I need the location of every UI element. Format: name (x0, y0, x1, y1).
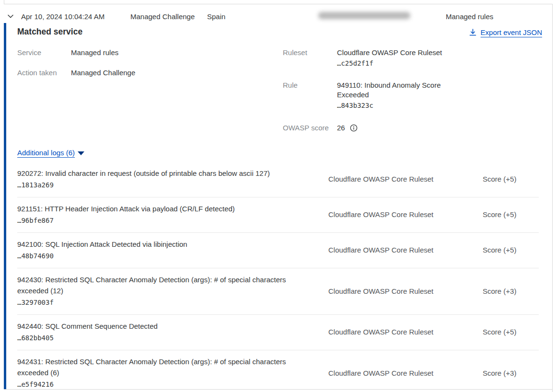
log-score: Score (+5) (483, 175, 539, 183)
export-link-label: Export event JSON (481, 28, 542, 36)
log-score: Score (+5) (483, 328, 539, 336)
event-timestamp: Apr 10, 2024 10:04:24 AM (21, 12, 104, 21)
log-score: Score (+5) (483, 210, 539, 219)
log-row: 942431: Restricted SQL Character Anomaly… (17, 350, 539, 392)
log-rule-hash: …682bb405 (17, 332, 328, 344)
log-ruleset: Cloudflare OWASP Core Ruleset (328, 369, 483, 377)
action-taken-detail-row: Action taken Managed Challenge (17, 68, 238, 78)
rule-label: Rule (283, 81, 337, 112)
log-score: Score (+3) (483, 287, 539, 295)
action-taken-value: Managed Challenge (71, 68, 135, 78)
additional-logs-list: 920272: Invalid character in request (ou… (17, 162, 539, 392)
event-country: Spain (207, 12, 225, 21)
service-label: Service (17, 48, 71, 58)
rule-value: 949110: Inbound Anomaly Score Exceeded (337, 81, 454, 100)
log-score: Score (+5) (483, 246, 539, 254)
log-ruleset: Cloudflare OWASP Core Ruleset (328, 328, 483, 336)
log-ruleset: Cloudflare OWASP Core Ruleset (328, 210, 483, 219)
collapse-row-button[interactable] (6, 12, 17, 21)
log-rule-description: 942100: SQL Injection Attack Detected vi… (17, 238, 328, 250)
log-rule-description: 942430: Restricted SQL Character Anomaly… (17, 273, 328, 296)
rule-id-hash: …843b323c (337, 100, 454, 112)
rule-detail-row: Rule 949110: Inbound Anomaly Score Excee… (283, 81, 475, 112)
log-rule-description: 942431: Restricted SQL Character Anomaly… (17, 355, 328, 378)
ruleset-value: Cloudflare OWASP Core Ruleset (337, 48, 454, 58)
download-icon (469, 29, 476, 36)
event-summary-row[interactable]: Apr 10, 2024 10:04:24 AM Managed Challen… (0, 4, 552, 22)
additional-logs-toggle[interactable]: Additional logs (6) (17, 149, 84, 157)
log-ruleset: Cloudflare OWASP Core Ruleset (328, 246, 483, 254)
service-detail-row: Service Managed rules (17, 48, 238, 58)
ruleset-id-hash: …c25d2f1f (337, 58, 454, 69)
event-action: Managed Challenge (130, 12, 195, 21)
log-score: Score (+3) (483, 369, 539, 377)
owasp-score-detail-row: OWASP score 26 (283, 123, 475, 133)
log-rule-description: 920272: Invalid character in request (ou… (17, 167, 328, 179)
table-right-border (552, 4, 553, 392)
ruleset-detail-row: Ruleset Cloudflare OWASP Core Ruleset …c… (283, 48, 475, 69)
chevron-down-icon (6, 12, 17, 21)
expanded-row-accent-bar (4, 23, 6, 389)
panel-title: Matched service (17, 27, 82, 37)
info-icon[interactable] (350, 124, 358, 132)
action-taken-label: Action taken (17, 68, 71, 78)
log-ruleset: Cloudflare OWASP Core Ruleset (328, 287, 483, 295)
log-row: 921151: HTTP Header Injection Attack via… (17, 197, 539, 233)
triangle-down-icon (78, 151, 84, 155)
table-left-border (4, 0, 4, 4)
log-rule-hash: …e5f94216 (17, 379, 328, 391)
log-row: 920272: Invalid character in request (ou… (17, 162, 539, 197)
event-service: Managed rules (446, 12, 493, 21)
log-rule-description: 921151: HTTP Header Injection Attack via… (17, 202, 328, 214)
log-rule-hash: …48b74690 (17, 250, 328, 262)
log-row: 942100: SQL Injection Attack Detected vi… (17, 233, 539, 268)
redacted-value (318, 12, 410, 19)
owasp-score-value: 26 (337, 123, 345, 133)
log-rule-description: 942440: SQL Comment Sequence Detected (17, 320, 328, 332)
export-event-json-link[interactable]: Export event JSON (469, 28, 542, 36)
service-value: Managed rules (71, 48, 118, 58)
ruleset-label: Ruleset (283, 48, 337, 69)
additional-logs-link[interactable]: Additional logs (6) (17, 149, 75, 157)
log-rule-hash: …1813a269 (17, 179, 328, 191)
log-rule-hash: …96bfe867 (17, 215, 328, 227)
log-row: 942440: SQL Comment Sequence Detected …6… (17, 315, 539, 350)
matched-service-details-right: Ruleset Cloudflare OWASP Core Ruleset …c… (283, 48, 475, 144)
matched-service-details-left: Service Managed rules Action taken Manag… (17, 48, 238, 88)
log-row: 942430: Restricted SQL Character Anomaly… (17, 268, 539, 315)
log-ruleset: Cloudflare OWASP Core Ruleset (328, 175, 483, 183)
owasp-score-label: OWASP score (283, 123, 337, 133)
log-rule-hash: …3297003f (17, 297, 328, 309)
